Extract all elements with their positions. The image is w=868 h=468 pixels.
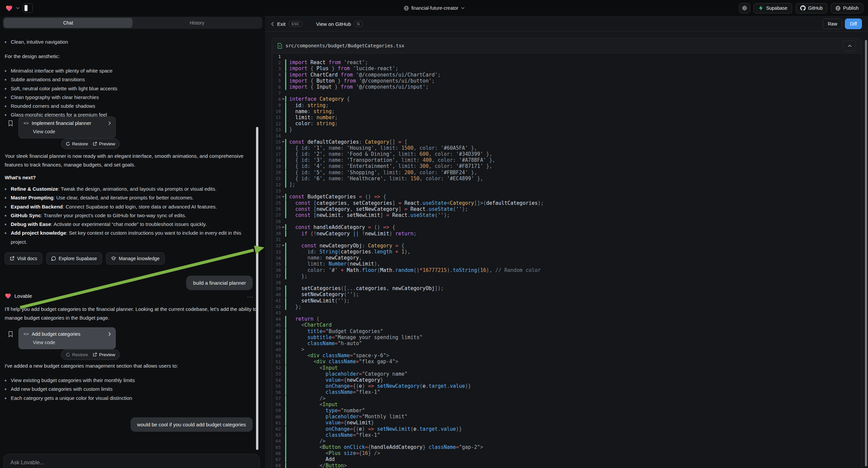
line-number[interactable]: 16 (272, 145, 281, 150)
line-number[interactable]: 24 (272, 195, 281, 199)
line-number[interactable]: 8 (272, 97, 281, 102)
line-number[interactable]: 51 (272, 359, 281, 364)
chat-input-placeholder[interactable]: Ask Lovable... (10, 460, 44, 466)
diff-toggle-button[interactable]: Diff (845, 19, 862, 29)
line-number[interactable]: 62 (272, 427, 281, 431)
chat-input-box[interactable]: Ask Lovable... Attach Edit Default (3, 454, 260, 468)
back-chevron-icon[interactable] (271, 22, 274, 26)
line-number[interactable]: 17 (272, 152, 281, 157)
line-number[interactable]: 3 (272, 66, 281, 71)
line-number[interactable]: 42 (272, 304, 281, 309)
line-number[interactable]: 50 (272, 353, 281, 358)
line-number[interactable]: 2 (272, 60, 281, 65)
line-number[interactable]: 5 (272, 78, 281, 83)
chat-scrollbar[interactable] (256, 127, 258, 450)
chevron-down-icon[interactable] (16, 7, 20, 9)
settings-button[interactable] (739, 3, 750, 13)
line-number[interactable]: 56 (272, 390, 281, 395)
line-number[interactable]: 46 (272, 329, 281, 334)
line-number[interactable]: 54 (272, 378, 281, 383)
fold-chevron-icon[interactable] (281, 245, 285, 246)
line-number[interactable]: 26 (272, 206, 281, 211)
line-number[interactable]: 68 (272, 463, 281, 468)
view-code-link[interactable]: View code (33, 129, 111, 134)
line-number[interactable]: 25 (272, 200, 281, 205)
line-number[interactable]: 23 (272, 188, 281, 194)
line-number[interactable]: 47 (272, 335, 281, 340)
line-number[interactable]: 61 (272, 420, 281, 426)
line-number[interactable]: 34 (272, 256, 281, 261)
fold-chevron-icon[interactable] (281, 98, 285, 100)
line-number[interactable]: 19 (272, 164, 281, 169)
more-options-icon[interactable]: ... (247, 293, 254, 299)
line-number[interactable]: 40 (272, 292, 281, 297)
exit-button[interactable]: Exit (277, 21, 285, 27)
line-number[interactable]: 58 (272, 402, 281, 407)
line-number[interactable]: 18 (272, 158, 281, 163)
line-number[interactable]: 66 (272, 451, 281, 456)
line-number[interactable]: 31 (272, 237, 281, 242)
line-number[interactable]: 57 (272, 396, 281, 401)
line-number[interactable]: 6 (272, 85, 281, 90)
line-number[interactable]: 41 (272, 298, 281, 303)
view-code-link[interactable]: View code (33, 340, 111, 345)
line-number[interactable]: 65 (272, 445, 281, 450)
supabase-button[interactable]: Supabase (753, 3, 792, 13)
raw-toggle-button[interactable]: Raw (823, 19, 842, 29)
line-number[interactable]: 27 (272, 212, 281, 217)
line-number[interactable]: 32 (272, 243, 281, 248)
lovable-logo-icon[interactable] (5, 5, 13, 11)
line-number[interactable]: 64 (272, 438, 281, 443)
line-number[interactable]: 63 (272, 432, 281, 437)
visit-docs-button[interactable]: Visit docs (5, 253, 42, 265)
line-number[interactable]: 14 (272, 133, 281, 138)
line-number[interactable]: 36 (272, 268, 281, 273)
line-number[interactable]: 59 (272, 408, 281, 413)
line-number[interactable]: 37 (272, 273, 281, 279)
line-number[interactable]: 13 (272, 127, 281, 132)
line-number[interactable]: 53 (272, 371, 281, 376)
explore-supabase-button[interactable]: Explore Supabase (46, 253, 102, 265)
line-number[interactable]: 4 (272, 72, 281, 77)
line-number[interactable]: 30 (272, 231, 281, 236)
line-number[interactable]: 22 (272, 182, 281, 187)
line-number[interactable]: 45 (272, 323, 281, 328)
line-number[interactable]: 20 (272, 170, 281, 175)
panel-toggle-icon[interactable] (23, 3, 33, 13)
github-button[interactable]: GitHub (796, 3, 828, 13)
line-number[interactable]: 7 (272, 91, 281, 96)
line-number[interactable]: 67 (272, 457, 281, 462)
fold-chevron-icon[interactable] (281, 227, 285, 228)
line-number[interactable]: 15 (272, 139, 281, 144)
bookmark-icon[interactable] (8, 331, 13, 338)
line-number[interactable]: 11 (272, 115, 281, 120)
line-number[interactable]: 33 (272, 250, 281, 255)
line-number[interactable]: 52 (272, 365, 281, 370)
line-number[interactable]: 44 (272, 317, 281, 322)
preview-button[interactable]: Preview (93, 352, 115, 357)
line-number[interactable]: 9 (272, 103, 281, 108)
line-number[interactable]: 48 (272, 341, 281, 346)
version-card-implement-financial-planner[interactable]: <> Implement financial planner View code (19, 117, 116, 138)
line-number[interactable]: 60 (272, 414, 281, 419)
tab-chat[interactable]: Chat (4, 18, 132, 28)
view-on-github-link[interactable]: View on GitHub (316, 21, 351, 27)
manage-knowledge-button[interactable]: Manage knowledge (106, 253, 164, 265)
collapse-file-button[interactable] (843, 40, 856, 51)
publish-button[interactable]: Publish (831, 3, 863, 13)
line-number[interactable]: 39 (272, 286, 281, 291)
line-number[interactable]: 49 (272, 347, 281, 352)
line-number[interactable]: 10 (272, 109, 281, 114)
line-number[interactable]: 12 (272, 121, 281, 126)
line-number[interactable]: 43 (272, 310, 281, 315)
line-number[interactable]: 35 (272, 262, 281, 267)
fold-chevron-icon[interactable] (281, 141, 285, 143)
line-number[interactable]: 38 (272, 280, 281, 285)
line-number[interactable]: 55 (272, 384, 281, 389)
line-number[interactable]: 28 (272, 219, 281, 224)
code-editor[interactable]: 12import React from 'react';3import { Pl… (272, 53, 861, 468)
restore-button[interactable]: Restore (66, 141, 88, 146)
tab-history[interactable]: History (132, 18, 261, 28)
code-scrollbar[interactable] (865, 40, 867, 466)
preview-button[interactable]: Preview (93, 141, 115, 146)
